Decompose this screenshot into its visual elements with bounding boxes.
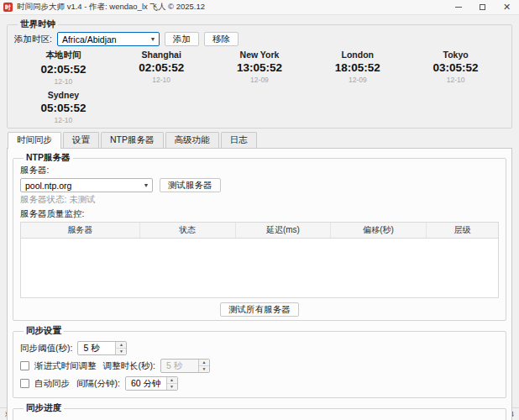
server-status-text: 服务器状态: 未测试 <box>20 194 499 206</box>
clock-time: 03:05:52 <box>406 61 505 74</box>
interval-label: 间隔(分钟): <box>76 378 120 390</box>
server-row: pool.ntp.org ▼ 测试服务器 <box>20 178 499 192</box>
clock-date: 12-09 <box>211 76 309 84</box>
window-controls: ✕ <box>446 0 519 14</box>
table-body-empty <box>21 239 498 297</box>
clock-time: 02:05:52 <box>14 63 113 76</box>
minimize-button[interactable] <box>446 0 470 14</box>
tab-time-sync[interactable]: 时间同步 <box>8 132 61 149</box>
clock-date: 12-10 <box>406 76 505 84</box>
col-latency: 延迟(ms) <box>236 223 332 238</box>
server-select[interactable]: pool.ntp.org ▼ <box>20 178 153 192</box>
clock-sydney: Sydney 05:05:52 12-10 <box>14 88 113 125</box>
maximize-button[interactable] <box>470 0 495 14</box>
col-status: 状态 <box>140 223 236 238</box>
timezone-select-value: Africa/Abidjan <box>58 34 147 45</box>
clock-date: 12-10 <box>14 77 113 86</box>
clock-tokyo: Tokyo 03:05:52 12-10 <box>406 48 505 87</box>
clock-newyork: New York 13:05:52 12-09 <box>211 48 309 87</box>
chevron-down-icon: ▼ <box>140 182 152 188</box>
clock-london: London 18:05:52 12-09 <box>308 48 406 87</box>
autosync-label: 自动同步 <box>34 378 70 390</box>
world-clock-group: 世界时钟 添加时区: Africa/Abidjan ▼ 添加 移除 本地时间 0… <box>7 18 512 129</box>
threshold-stepper[interactable]: 5 秒 ▲▼ <box>77 341 127 355</box>
server-quality-table: 服务器 状态 延迟(ms) 偏移(秒) 层级 <box>20 222 499 298</box>
tab-log[interactable]: 日志 <box>221 132 257 148</box>
remove-timezone-button[interactable]: 移除 <box>204 32 239 46</box>
ntp-group-label: NTP服务器 <box>24 152 73 164</box>
sync-progress-group-label: 同步进度 <box>24 402 64 414</box>
sync-settings-group: 同步设置 同步阈值(秒): 5 秒 ▲▼ 渐进式时间调整 调整时长(秒): 5 … <box>13 325 506 398</box>
clock-time: 02:05:52 <box>113 61 211 74</box>
clock-local: 本地时间 02:05:52 12-10 <box>14 48 113 87</box>
close-icon: ✕ <box>503 3 511 12</box>
world-clock-grid: 本地时间 02:05:52 12-10 Shanghai 02:05:52 12… <box>14 48 505 125</box>
app-icon: 时 <box>3 3 13 12</box>
threshold-label: 同步阈值(秒): <box>20 343 72 354</box>
clock-name: Shanghai <box>113 50 211 60</box>
stepper-arrows-icon[interactable]: ▲▼ <box>166 377 177 390</box>
progressive-label: 渐进式时间调整 <box>34 360 97 372</box>
clock-name: London <box>308 50 406 60</box>
add-timezone-label: 添加时区: <box>14 34 52 45</box>
table-header-row: 服务器 状态 延迟(ms) 偏移(秒) 层级 <box>21 223 498 239</box>
main-content: 世界时钟 添加时区: Africa/Abidjan ▼ 添加 移除 本地时间 0… <box>0 15 519 407</box>
sync-progress-group: 同步进度 <box>13 402 506 420</box>
ntp-server-group: NTP服务器 服务器: pool.ntp.org ▼ 测试服务器 服务器状态: … <box>13 152 506 321</box>
clock-time: 13:05:52 <box>211 61 309 74</box>
server-label: 服务器: <box>20 165 499 176</box>
time-sync-panel: NTP服务器 服务器: pool.ntp.org ▼ 测试服务器 服务器状态: … <box>7 148 512 420</box>
clock-shanghai: Shanghai 02:05:52 12-10 <box>113 48 211 87</box>
duration-stepper[interactable]: 5 秒 ▲▼ <box>160 359 210 373</box>
tab-advanced[interactable]: 高级功能 <box>165 132 219 148</box>
progressive-row: 渐进式时间调整 调整时长(秒): 5 秒 ▲▼ <box>20 359 499 373</box>
col-server: 服务器 <box>21 223 140 238</box>
stepper-arrows-icon[interactable]: ▲▼ <box>198 360 209 372</box>
col-stratum: 层级 <box>427 223 498 238</box>
duration-label: 调整时长(秒): <box>103 360 155 372</box>
clock-date: 12-10 <box>113 76 211 84</box>
test-all-servers-button[interactable]: 测试所有服务器 <box>220 302 299 317</box>
add-timezone-button[interactable]: 添加 <box>165 32 199 46</box>
tab-ntp-servers[interactable]: NTP服务器 <box>101 132 164 148</box>
threshold-row: 同步阈值(秒): 5 秒 ▲▼ <box>20 341 499 355</box>
minimize-icon <box>455 7 462 8</box>
clock-time: 18:05:52 <box>308 61 406 74</box>
stepper-arrows-icon[interactable]: ▲▼ <box>115 342 126 354</box>
autosync-checkbox[interactable] <box>20 379 29 388</box>
test-all-row: 测试所有服务器 <box>20 302 499 317</box>
tab-settings[interactable]: 设置 <box>63 132 99 148</box>
progressive-checkbox[interactable] <box>20 361 29 370</box>
titlebar: 时 时间同步大师 v1.4 - 作者: wendao_lx 飞人 © 2025.… <box>0 0 519 15</box>
clock-name: Sydney <box>14 90 113 100</box>
threshold-value: 5 秒 <box>78 342 115 354</box>
clock-name: New York <box>211 50 309 60</box>
timezone-select[interactable]: Africa/Abidjan ▼ <box>57 32 160 46</box>
progress-area <box>20 416 499 420</box>
close-button[interactable]: ✕ <box>495 0 519 14</box>
interval-value: 60 分钟 <box>126 377 166 390</box>
tab-bar: 时间同步 设置 NTP服务器 高级功能 日志 <box>7 132 512 148</box>
clock-time: 05:05:52 <box>14 102 113 114</box>
chevron-down-icon: ▼ <box>147 36 159 42</box>
server-select-value: pool.ntp.org <box>21 181 140 191</box>
clock-name: Tokyo <box>406 50 505 60</box>
duration-value: 5 秒 <box>161 360 198 372</box>
window-title: 时间同步大师 v1.4 - 作者: wendao_lx 飞人 © 2025.12 <box>17 2 446 13</box>
server-quality-label: 服务器质量监控: <box>20 208 499 220</box>
interval-stepper[interactable]: 60 分钟 ▲▼ <box>125 376 178 391</box>
world-clock-group-label: 世界时钟 <box>18 18 58 30</box>
col-offset: 偏移(秒) <box>331 223 427 238</box>
test-server-button[interactable]: 测试服务器 <box>160 178 221 192</box>
add-timezone-row: 添加时区: Africa/Abidjan ▼ 添加 移除 <box>14 32 505 46</box>
sync-settings-group-label: 同步设置 <box>24 325 64 337</box>
maximize-icon <box>480 4 485 10</box>
autosync-row: 自动同步 间隔(分钟): 60 分钟 ▲▼ <box>20 376 499 391</box>
clock-name: 本地时间 <box>14 50 113 61</box>
clock-date: 12-09 <box>308 76 406 84</box>
clock-date: 12-10 <box>14 116 113 124</box>
